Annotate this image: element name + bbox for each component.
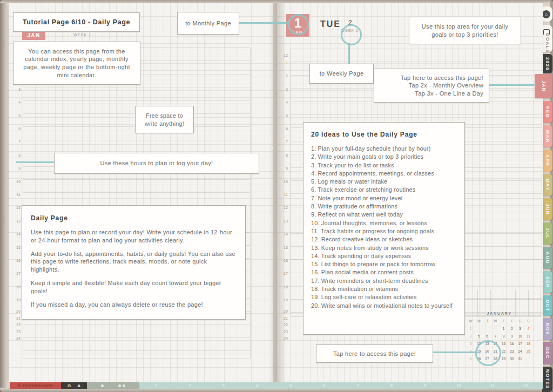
frame-edge-left: [0, 0, 8, 392]
calendar-day[interactable]: 6: [483, 334, 491, 339]
tab-label: MAY: [545, 179, 550, 191]
tab-jul[interactable]: JUL: [542, 222, 552, 245]
tab-mar[interactable]: MAR: [542, 125, 552, 147]
calendar-day[interactable]: 2: [508, 326, 516, 331]
tab-goals[interactable]: GOALS: [542, 35, 552, 52]
tab-feb[interactable]: FEB: [542, 101, 552, 123]
hour-label: 14: [280, 232, 288, 236]
top-area-note-text: Use this top area for your daily goals o…: [409, 21, 521, 40]
month-number-4[interactable]: 4: [240, 383, 274, 388]
tab-2026[interactable]: 2026: [542, 54, 552, 73]
tab-nov[interactable]: NOV: [542, 318, 552, 340]
annotation-circle-calendar: [475, 340, 501, 366]
calendar-day-header: M: [475, 319, 483, 323]
calendar-day[interactable]: 30: [508, 356, 516, 361]
hour-label: 10: [13, 180, 21, 184]
idea-item: 5. Log meals or water intake: [311, 178, 457, 186]
idea-item: 11. Track habits or progress for ongoing…: [311, 227, 457, 235]
letter-g[interactable]: G: [68, 383, 71, 388]
calendar-day[interactable]: 10: [516, 334, 524, 339]
tutorial-title: Tutorial Page 6/10 - Daily Page: [14, 16, 139, 29]
dot-icon[interactable]: [101, 384, 104, 387]
calendar-day[interactable]: 7: [491, 334, 500, 339]
hour-label: 3: [13, 87, 21, 91]
dots-segment[interactable]: [87, 382, 139, 389]
tab-label: JUL: [545, 228, 550, 239]
tap-access-line: Tap 3x - One Line a Day: [379, 90, 483, 98]
calendar-day[interactable]: 23: [508, 349, 516, 354]
double-dot-icon[interactable]: [118, 384, 125, 387]
idea-item: 17. Write reminders or short-term deadli…: [311, 277, 457, 285]
ideas-box-title: 20 Ideas to Use the Daily Page: [311, 131, 457, 138]
idea-item: 6. Track exercise or stretching routines: [311, 186, 457, 194]
calendar-day[interactable]: 18: [524, 341, 532, 346]
hour-label: 5: [13, 114, 21, 118]
idea-item: 9. Reflect on what went well today: [311, 211, 457, 219]
tab-dec[interactable]: DEC: [542, 342, 552, 364]
annotation-circle-week: [341, 24, 362, 45]
hours-note-box: Use these hours to plan or log your day!: [54, 153, 259, 174]
tab-may[interactable]: MAY: [542, 174, 552, 196]
access-note-box: You can access this page from the calend…: [13, 42, 140, 85]
calendar-week-number: 1: [467, 326, 475, 331]
calendar-day[interactable]: 31: [516, 356, 524, 361]
letters-segment[interactable]: G A: [61, 382, 87, 389]
tab-oct[interactable]: OCT: [542, 295, 552, 316]
tab-sep[interactable]: SEP: [542, 271, 552, 293]
hour-label: 4: [13, 100, 21, 104]
tab-jun[interactable]: JUN: [542, 198, 552, 220]
hour-label: 18: [13, 285, 21, 289]
bottom-tap-note-text: Tap here to access this page!: [316, 348, 433, 360]
calendar-day[interactable]: 24: [516, 349, 524, 354]
calendar-day[interactable]: 4: [524, 326, 532, 331]
hour-label: 12: [13, 206, 21, 209]
idea-item: 20. Write small wins or motivational not…: [311, 302, 457, 310]
month-number-9[interactable]: 9: [408, 383, 442, 388]
month-number-10[interactable]: 10: [442, 383, 475, 388]
copyright-text: © nozomunoto: [18, 383, 53, 388]
hour-label: 24: [280, 336, 288, 340]
month-number-1[interactable]: 1: [139, 383, 173, 388]
month-number-5[interactable]: 5: [274, 383, 307, 388]
calendar-day[interactable]: 15: [500, 341, 508, 346]
calendar-day[interactable]: 8: [500, 334, 508, 339]
month-number-7[interactable]: 7: [341, 383, 375, 388]
to-monthly-note-box: to Monthly Page: [177, 12, 239, 35]
month-number-11[interactable]: 11: [476, 383, 509, 388]
hour-label: 16: [13, 259, 21, 262]
tab-apr[interactable]: APR: [542, 150, 552, 172]
home-icon: ⌂: [542, 10, 550, 18]
month-number-2[interactable]: 2: [173, 383, 206, 388]
tab-label: NOTES: [545, 369, 550, 389]
hour-label: 13: [280, 219, 288, 223]
tab-jan[interactable]: JAN: [535, 74, 552, 98]
hour-label: 10: [280, 180, 288, 184]
month-number-3[interactable]: 3: [207, 383, 240, 388]
calendar-day[interactable]: 5: [475, 334, 483, 339]
calendar-day[interactable]: 9: [508, 334, 516, 339]
annotation-line-hours: [16, 161, 54, 163]
daily-page-info-box: Daily Page Use this page to plan or reco…: [22, 205, 246, 320]
hour-label: 14: [13, 232, 21, 236]
hour-label: 19: [280, 298, 288, 302]
month-number-12[interactable]: 12: [509, 383, 543, 388]
calendar-day[interactable]: 29: [500, 356, 508, 361]
calendar-day[interactable]: 11: [524, 334, 532, 339]
calendar-day[interactable]: 25: [524, 349, 532, 354]
month-number-6[interactable]: 6: [307, 383, 341, 388]
calendar-day[interactable]: 17: [516, 341, 524, 346]
tab-notes[interactable]: NOTES: [542, 367, 552, 392]
hour-label: 6: [13, 127, 21, 131]
calendar-day[interactable]: 3: [516, 326, 524, 331]
calendar-day-header: F: [508, 319, 516, 323]
calendar-day[interactable]: 16: [508, 341, 516, 346]
hour-label: 15: [280, 246, 288, 249]
calendar-day[interactable]: 1: [500, 326, 508, 331]
weekday-label: TUE: [320, 19, 341, 29]
tab-aug[interactable]: AUG: [542, 247, 552, 269]
idea-item: 19. Log self-care or relaxation activiti…: [311, 293, 457, 301]
tab-label: GOALS: [545, 33, 550, 53]
letter-a[interactable]: A: [77, 383, 80, 388]
month-number-8[interactable]: 8: [375, 383, 408, 388]
annotation-circle-date: [288, 14, 309, 35]
